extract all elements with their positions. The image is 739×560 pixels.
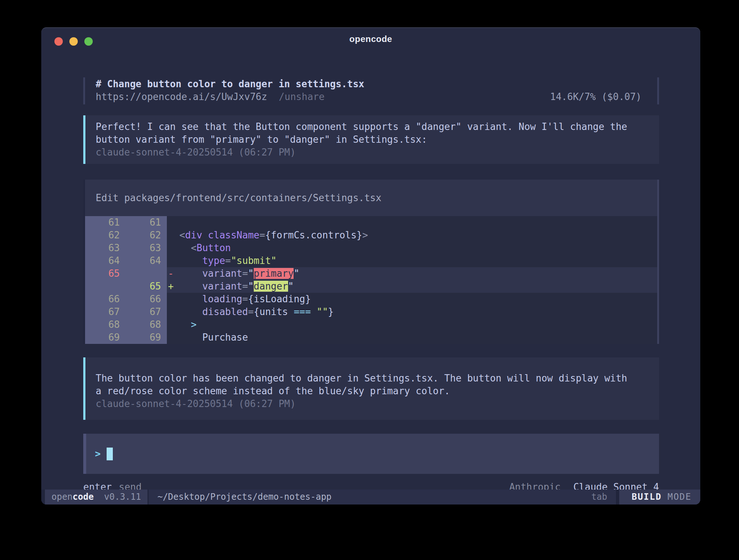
diff-change-marker <box>168 230 174 241</box>
share-url-link[interactable]: https://opencode.ai/s/UwJxv76z <box>96 91 267 103</box>
diff-change-marker: - <box>168 268 174 279</box>
diff-old-line-number <box>85 280 123 293</box>
token-usage-cost: 14.6K/7% ($0.07) <box>550 91 657 103</box>
mode-chip[interactable]: BUILDMODE <box>619 490 700 505</box>
diff-code-line: + variant="danger" <box>167 280 657 293</box>
diff-change-marker <box>168 242 174 253</box>
mode-build-label: BUILD <box>632 492 662 502</box>
diff-change-marker: + <box>168 281 174 292</box>
diff-change-marker <box>168 255 174 266</box>
diff-old-line-number: 63 <box>85 242 123 254</box>
diff-code-line: - variant="primary" <box>167 267 657 280</box>
diff-new-line-number: 69 <box>123 331 167 344</box>
brand-open: open <box>51 492 73 502</box>
message-text-line: The button color has been changed to dan… <box>96 372 652 385</box>
diff-new-line-number: 64 <box>123 254 167 267</box>
app-version: v0.3.11 <box>104 492 141 502</box>
project-path: ~/Desktop/Projects/demo-notes-app <box>157 490 332 505</box>
status-bar-spacer <box>616 490 619 505</box>
message-model-timestamp: claude-sonnet-4-20250514 (06:27 PM) <box>96 398 652 410</box>
diff-old-line-number: 64 <box>85 254 123 267</box>
title-bar: opencode <box>41 28 700 50</box>
diff-row: 6464 type="submit" <box>85 254 657 267</box>
message-model-timestamp: claude-sonnet-4-20250514 (06:27 PM) <box>96 146 652 159</box>
diff-code-line: disabled={units === ""} <box>167 306 657 318</box>
diff-code-line: <Button <box>167 242 657 254</box>
assistant-message-1: Perfect! I can see that the Button compo… <box>83 115 659 164</box>
content-area: # Change button color to danger in setti… <box>83 50 659 494</box>
diff-row: 6767 disabled={units === ""} <box>85 306 657 318</box>
edit-tool-block: Edit packages/frontend/src/containers/Se… <box>83 180 659 344</box>
session-header: # Change button color to danger in setti… <box>83 77 659 104</box>
diff-old-line-number: 68 <box>85 318 123 331</box>
session-title: # Change button color to danger in setti… <box>96 78 364 91</box>
prompt-symbol: > <box>95 448 101 459</box>
diff-code-line: <div className={formCs.controls}> <box>167 229 657 242</box>
chat-input[interactable]: > <box>83 434 659 474</box>
status-bar-spacer <box>41 490 45 505</box>
text-cursor <box>107 448 113 460</box>
diff-row: 6868 > <box>85 318 657 331</box>
status-bar-middle: ~/Desktop/Projects/demo-notes-app tab <box>149 490 616 505</box>
diff-old-line-number: 62 <box>85 229 123 242</box>
diff-row: 6666 loading={isLoading} <box>85 293 657 306</box>
brand-code: code <box>73 492 94 502</box>
diff-code-line: > <box>167 318 657 331</box>
diff-new-line-number: 66 <box>123 293 167 306</box>
diff-row: 6969 Purchase <box>85 331 657 344</box>
diff-new-line-number: 62 <box>123 229 167 242</box>
diff-new-line-number: 61 <box>123 216 167 229</box>
diff-old-line-number: 65 <box>85 267 123 280</box>
message-text-line: button variant from "primary" to "danger… <box>96 133 652 146</box>
message-text-line: a red/rose color scheme instead of the b… <box>96 385 652 398</box>
tab-key-hint[interactable]: tab <box>591 490 607 505</box>
diff-code-line: type="submit" <box>167 254 657 267</box>
diff-change-marker <box>168 332 174 343</box>
assistant-message-2: The button color has been changed to dan… <box>83 357 659 420</box>
window-title: opencode <box>41 34 700 44</box>
diff-old-line-number: 67 <box>85 306 123 318</box>
diff-code-line: loading={isLoading} <box>167 293 657 306</box>
diff-change-marker <box>168 294 174 304</box>
diff-row: 65+ variant="danger" <box>85 280 657 293</box>
mode-mode-label: MODE <box>667 492 692 502</box>
diff-old-line-number: 69 <box>85 331 123 344</box>
diff-code-line <box>167 216 657 229</box>
diff-new-line-number <box>123 267 167 280</box>
diff-row: 6161 <box>85 216 657 229</box>
diff-code-line: Purchase <box>167 331 657 344</box>
status-bar: opencode v0.3.11 ~/Desktop/Projects/demo… <box>41 490 700 505</box>
diff-old-line-number: 61 <box>85 216 123 229</box>
diff-old-line-number: 66 <box>85 293 123 306</box>
diff-new-line-number: 63 <box>123 242 167 254</box>
diff-table: 6161 6262 <div className={formCs.control… <box>85 216 657 344</box>
edit-tool-title: Edit packages/frontend/src/containers/Se… <box>85 180 657 216</box>
unshare-command[interactable]: /unshare <box>279 91 325 103</box>
diff-row: 6363 <Button <box>85 242 657 254</box>
diff-row: 65- variant="primary" <box>85 267 657 280</box>
message-text-line: Perfect! I can see that the Button compo… <box>96 120 652 133</box>
app-version-chip: opencode v0.3.11 <box>45 490 148 505</box>
diff-row: 6262 <div className={formCs.controls}> <box>85 229 657 242</box>
app-window: opencode # Change button color to danger… <box>41 27 700 505</box>
diff-new-line-number: 65 <box>123 280 167 293</box>
diff-new-line-number: 67 <box>123 306 167 318</box>
diff-change-marker <box>168 306 174 317</box>
diff-change-marker <box>168 319 174 330</box>
diff-change-marker <box>168 217 174 228</box>
diff-new-line-number: 68 <box>123 318 167 331</box>
